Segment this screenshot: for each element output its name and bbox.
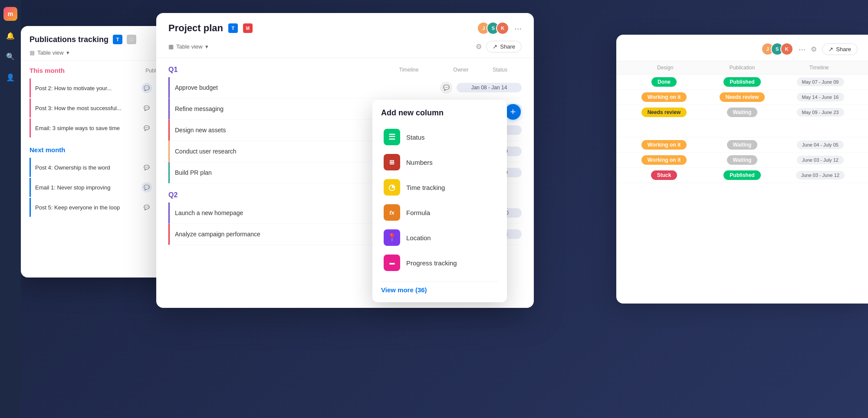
q1-status-col: Status — [478, 67, 522, 73]
project-title: Project plan — [168, 23, 223, 34]
project-view-row: ▦ Table view ▾ ⚙ ↗ Share — [168, 41, 522, 58]
share-button[interactable]: ↗ Share — [486, 41, 522, 52]
formula-icon: fx — [384, 204, 400, 221]
chat-icon[interactable]: 💬 — [141, 182, 152, 193]
avatar-group: J S K — [477, 22, 509, 35]
avatar: K — [496, 22, 509, 35]
publications-panel: Publications tracking T □ ▦ Table view ▾… — [21, 26, 177, 278]
share-icon: ↗ — [493, 43, 497, 50]
list-item[interactable]: Post 5: Keep everyone in the loop 💬 R — [30, 198, 168, 217]
table-row[interactable]: Stuck Published June 03 - June 12 — [616, 168, 868, 183]
right-share-button[interactable]: ↗ Share — [822, 43, 858, 55]
table-view-icon: ▦ — [30, 49, 35, 56]
item-text: Email: 3 simple ways to save time — [35, 125, 137, 131]
column-option-status[interactable]: ☰ Status — [381, 124, 498, 150]
right-filter-icon[interactable]: ⚙ — [811, 45, 817, 53]
status-badge: Waiting — [727, 155, 758, 165]
filter-icon[interactable]: ⚙ — [476, 42, 482, 51]
design-col-header: Design — [627, 65, 704, 71]
q1-owner-col: Owner — [444, 67, 478, 73]
timeline-value: June 04 - July 05 — [797, 140, 844, 149]
table-row[interactable]: Done Published May 07 - June 09 — [616, 75, 868, 90]
sidebar-user-icon[interactable]: 👤 — [4, 71, 16, 83]
chat-icon: 💬 — [141, 162, 152, 173]
proj-badge-blue: T — [228, 23, 238, 33]
list-item[interactable]: Post 2: How to motivate your... 💬 J — [30, 78, 168, 98]
share-icon: ↗ — [829, 46, 833, 52]
pub-badge-blue: T — [113, 35, 122, 44]
status-badge: Published — [723, 77, 760, 87]
list-item[interactable]: Post 4: Ownership is the word 💬 K — [30, 158, 168, 177]
app-sidebar: m 🔔 🔍 👤 — [0, 0, 21, 418]
view-more-button[interactable]: View more (36) — [381, 281, 498, 294]
task-name: Approve budget — [175, 84, 436, 91]
table-row[interactable]: Working on it Waiting June 03 - July 12 — [616, 153, 868, 168]
column-option-location[interactable]: 📍 Location — [381, 225, 498, 250]
list-item[interactable]: Post 3: How the most successful... 💬 A — [30, 98, 168, 118]
numbers-icon: ⊞ — [384, 154, 400, 170]
sidebar-notifications-icon[interactable]: 🔔 — [4, 29, 16, 42]
table-row[interactable]: Approve budget 💬 Jan 08 - Jan 14 — [168, 77, 522, 98]
right-panel: J S K ··· ⚙ ↗ Share Design Publication T… — [616, 35, 868, 304]
status-badge: Published — [723, 170, 760, 180]
status-icon: ☰ — [384, 129, 400, 145]
view-chevron: ▾ — [205, 43, 208, 50]
status-badge: Working on it — [641, 140, 687, 150]
pub-panel-title: Publications tracking — [30, 35, 108, 44]
progress-label: Progress tracking — [406, 259, 457, 267]
progress-icon: ▬ — [384, 255, 400, 271]
pub-view-chevron: ▾ — [66, 49, 69, 56]
proj-view-label: Table view — [176, 43, 203, 50]
chat-icon: 💬 — [141, 103, 152, 113]
timeline-value: June 03 - July 12 — [797, 156, 844, 164]
project-title-row: Project plan T M J S K ··· — [168, 22, 522, 35]
column-option-formula[interactable]: fx Formula — [381, 200, 498, 225]
avatar: K — [780, 42, 793, 56]
status-badge: Needs review — [720, 92, 765, 102]
column-option-numbers[interactable]: ⊞ Numbers — [381, 150, 498, 175]
add-column-button[interactable]: + — [505, 104, 521, 120]
project-title-right: J S K ··· — [477, 22, 522, 35]
share-label: Share — [500, 43, 515, 50]
table-row — [616, 120, 868, 137]
item-text: Post 5: Keep everyone in the loop — [35, 204, 137, 211]
task-timeline: Jan 08 - Jan 14 — [457, 83, 522, 92]
list-item[interactable]: Email 1: Never stop improving 💬 S — [30, 178, 168, 197]
status-badge: Waiting — [727, 140, 758, 150]
status-badge: Waiting — [727, 108, 758, 117]
chat-icon: 💬 — [141, 202, 152, 212]
right-col-headers: Design Publication Timeline — [616, 61, 868, 75]
item-text: Post 3: How the most successful... — [35, 105, 137, 111]
table-row[interactable]: Working on it Waiting June 04 - July 05 — [616, 137, 868, 153]
sidebar-search-icon[interactable]: 🔍 — [4, 50, 16, 62]
timeline-value: May 14 - June 16 — [797, 93, 844, 101]
q1-label: Q1 — [168, 66, 178, 74]
chat-icon[interactable]: 💬 — [141, 83, 152, 93]
column-option-time-tracking[interactable]: ◔ Time tracking — [381, 175, 498, 200]
right-panel-header: J S K ··· ⚙ ↗ Share — [616, 35, 868, 61]
numbers-label: Numbers — [406, 159, 433, 166]
location-label: Location — [406, 234, 431, 242]
pub-view-row[interactable]: ▦ Table view ▾ — [30, 49, 168, 56]
chat-icon: 💬 — [440, 82, 452, 94]
add-column-popup: Add new column ☰ Status ⊞ Numbers ◔ Time… — [372, 100, 507, 302]
more-options-icon[interactable]: ··· — [514, 23, 522, 33]
table-view-icon: ▦ — [168, 43, 174, 50]
table-row[interactable]: Working on it Needs review May 14 - June… — [616, 90, 868, 105]
status-badge: Needs review — [641, 108, 687, 117]
project-title-left: Project plan T M — [168, 23, 253, 34]
time-tracking-icon: ◔ — [384, 179, 400, 196]
item-text: Post 4: Ownership is the word — [35, 164, 137, 171]
list-item[interactable]: Email: 3 simple ways to save time 💬 M — [30, 118, 168, 137]
app-logo: m — [3, 7, 17, 21]
next-month-header: Next month — [30, 146, 168, 153]
location-icon: 📍 — [384, 229, 400, 246]
proj-view-left[interactable]: ▦ Table view ▾ — [168, 43, 208, 50]
timeline-value: June 03 - June 12 — [796, 171, 845, 180]
column-option-progress[interactable]: ▬ Progress tracking — [381, 250, 498, 275]
status-badge: Stuck — [651, 170, 677, 180]
table-row[interactable]: Needs review Waiting May 09 - June 23 — [616, 105, 868, 120]
pub-title-row: Publications tracking T □ — [30, 35, 168, 44]
right-more-icon[interactable]: ··· — [799, 44, 806, 54]
timeline-value: May 07 - June 09 — [797, 78, 844, 86]
